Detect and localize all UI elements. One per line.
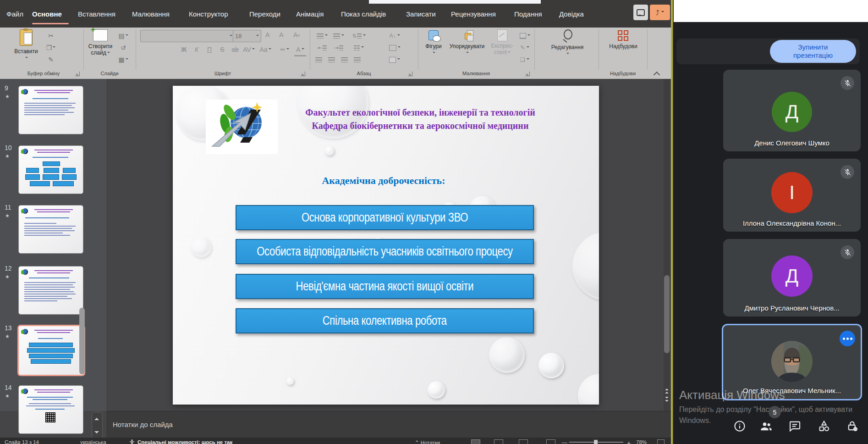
collapse-ribbon-icon[interactable]	[654, 72, 660, 78]
zoom-in-button[interactable]: +	[627, 439, 631, 444]
clear-formatting-icon[interactable]: A⌀	[291, 29, 302, 40]
slide-box-3[interactable]: Невід'ємна частина якості вищої освіти	[236, 274, 534, 299]
stop-presenting-button[interactable]: Зупинити презентацію	[770, 40, 856, 63]
clipboard-dialog-launcher[interactable]	[75, 72, 80, 76]
language-status[interactable]: українська	[80, 439, 106, 444]
host-controls-icon[interactable]	[846, 420, 859, 433]
font-dialog-launcher[interactable]	[301, 72, 305, 76]
reading-view-button[interactable]	[519, 439, 528, 444]
bullets-icon[interactable]	[315, 30, 329, 41]
sort-icon[interactable]: A↓	[388, 30, 401, 41]
cut-icon[interactable]: ✂	[44, 30, 58, 41]
participant-tile[interactable]: Д Дмитро Русланович Чернов...	[723, 239, 861, 316]
decrease-indent-icon[interactable]: ⇤	[315, 42, 329, 53]
shape-outline-icon[interactable]: ✎	[518, 42, 532, 53]
text-direction-icon[interactable]	[388, 42, 401, 53]
participant-tile[interactable]: Д Денис Олегович Шумко	[723, 70, 861, 151]
zoom-slider-thumb[interactable]	[594, 440, 598, 444]
shape-fill-icon[interactable]	[518, 30, 532, 41]
bold-button[interactable]: Ж	[178, 44, 190, 55]
format-painter-icon[interactable]: ✎	[44, 54, 58, 65]
tab-draw[interactable]: Малювання	[132, 10, 170, 18]
shapes-button[interactable]: Фігури	[422, 29, 445, 56]
slide-thumbnail-14[interactable]	[18, 385, 83, 434]
tab-slideshow[interactable]: Показ слайдів	[341, 10, 386, 18]
slide-heading[interactable]: Академічна доброчесність:	[237, 175, 530, 187]
increase-indent-icon[interactable]: ⇥	[332, 42, 346, 53]
canvas-scrollbar-thumb[interactable]	[664, 275, 670, 353]
copy-icon[interactable]: ❐	[44, 42, 58, 53]
align-left-icon[interactable]	[312, 54, 325, 65]
paste-button[interactable]: Вставити	[11, 29, 41, 61]
tab-review[interactable]: Рецензування	[451, 10, 496, 18]
notes-toggle[interactable]: ⌃ Нотатки	[415, 439, 440, 444]
quick-styles-button[interactable]: Експрес- стилі	[489, 29, 516, 56]
participant-tile-active[interactable]: Олег Вячеславович Мельник...	[722, 324, 862, 400]
slide-thumbnail-9[interactable]	[18, 86, 83, 134]
font-name-combobox[interactable]	[140, 30, 235, 42]
tab-file[interactable]: Файл	[6, 10, 23, 18]
comments-button[interactable]	[633, 5, 648, 20]
slideshow-button[interactable]	[546, 439, 555, 444]
font-color-icon[interactable]: A	[294, 44, 306, 56]
share-button[interactable]: ⤴	[650, 5, 670, 20]
numbering-icon[interactable]	[332, 30, 346, 41]
slide-layout-icon[interactable]: ▤	[116, 30, 130, 41]
columns-icon[interactable]	[352, 42, 366, 53]
tile-more-options-button[interactable]	[840, 331, 855, 346]
line-spacing-icon[interactable]: ⇅	[352, 30, 366, 41]
slide-canvas[interactable]: Факультет екологічної безпеки, інженерії…	[173, 86, 599, 405]
slide-sorter-view-button[interactable]	[494, 439, 503, 444]
character-spacing-icon[interactable]: AV	[243, 44, 255, 55]
next-slide-button[interactable]	[664, 395, 670, 405]
tab-insert[interactable]: Вставлення	[78, 10, 115, 18]
meeting-details-icon[interactable]	[733, 420, 746, 433]
activities-icon[interactable]	[818, 420, 830, 433]
participant-tile[interactable]: І Іллона Олександрівна Конон...	[723, 159, 861, 232]
thumbnail-scrollbar-thumb[interactable]	[79, 308, 85, 374]
arrange-button[interactable]: Упорядкувати	[447, 29, 487, 56]
slide-thumbnail-12[interactable]	[18, 266, 83, 315]
tab-design[interactable]: Конструктор	[189, 10, 228, 18]
fit-slide-button[interactable]	[657, 439, 665, 444]
accessibility-status[interactable]: Спеціальні можливості: щось не так	[137, 439, 232, 444]
underline-button[interactable]: П	[203, 44, 215, 55]
slide-box-4[interactable]: Спільна колективна робота	[236, 308, 534, 333]
paragraph-dialog-launcher[interactable]	[408, 72, 412, 76]
reset-slide-icon[interactable]: ↺	[116, 42, 130, 53]
convert-smartart-icon[interactable]	[388, 54, 401, 65]
increase-font-icon[interactable]: Aˆ	[262, 29, 274, 40]
section-icon[interactable]: ▦	[116, 54, 130, 65]
zoom-level[interactable]: 78%	[636, 439, 647, 444]
slide-thumbnail-13-selected[interactable]	[17, 325, 85, 376]
align-center-icon[interactable]	[324, 54, 338, 65]
chat-icon[interactable]	[788, 420, 801, 433]
tab-record[interactable]: Записати	[406, 10, 436, 18]
notes-panel[interactable]: Нотатки до слайда	[106, 411, 671, 438]
editing-button[interactable]: Редагування	[545, 29, 589, 57]
participants-icon[interactable]	[760, 420, 773, 433]
tab-animations[interactable]: Анімація	[296, 10, 324, 18]
change-case-icon[interactable]: Aa	[259, 44, 271, 55]
justify-icon[interactable]	[350, 54, 364, 65]
drawing-dialog-launcher[interactable]	[525, 72, 530, 76]
slide-thumbnail-11[interactable]	[18, 205, 83, 254]
slide-thumbnail-10[interactable]	[18, 145, 83, 194]
decrease-font-icon[interactable]: Aˇ	[276, 29, 288, 40]
addins-button[interactable]: Надбудови	[606, 29, 641, 50]
new-slide-button[interactable]: Створити слайд	[86, 29, 115, 56]
notes-scroll-control[interactable]	[92, 412, 103, 439]
zoom-out-button[interactable]: —	[562, 439, 567, 444]
slide-title[interactable]: Факультет екологічної безпеки, інженерії…	[264, 106, 576, 133]
canvas-scrollbar[interactable]	[664, 79, 670, 411]
font-size-combobox[interactable]: 18	[233, 30, 261, 42]
strikethrough-button[interactable]: S	[216, 44, 228, 55]
normal-view-button[interactable]	[471, 439, 480, 444]
tab-view[interactable]: Подання	[514, 10, 542, 18]
align-right-icon[interactable]	[337, 54, 351, 65]
tab-help[interactable]: Довідка	[559, 10, 584, 18]
slide-box-2[interactable]: Особиста відповідальність учасників осві…	[236, 239, 534, 264]
tab-home[interactable]: Основне	[32, 10, 62, 18]
slide-box-1[interactable]: Основа корпоративної культури ЗВО	[236, 205, 534, 230]
highlight-color-icon[interactable]: ✏	[279, 44, 291, 55]
